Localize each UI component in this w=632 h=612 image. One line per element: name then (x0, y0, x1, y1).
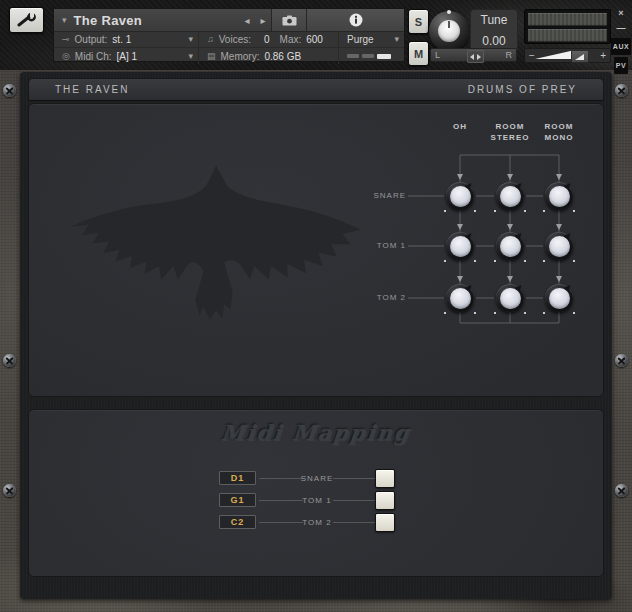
level-meter (524, 9, 611, 44)
knob-tom2-room-stereo[interactable] (496, 284, 524, 312)
meter-bar-left (528, 13, 607, 26)
tune-knob[interactable] (429, 11, 469, 51)
instrument-title: The Raven (74, 13, 142, 28)
solo-button[interactable]: S (408, 9, 429, 34)
mixer-panel: OH ROOM STEREO ROOM MONO SNARE TOM 1 TOM… (28, 103, 604, 397)
edit-instrument-button[interactable] (9, 7, 44, 33)
screw-icon (615, 484, 628, 497)
purge-meter (338, 48, 404, 64)
knob-tom2-oh[interactable] (446, 284, 474, 312)
memory-icon: ▤ (207, 51, 216, 61)
volume-slider[interactable]: − + (524, 48, 611, 63)
knob-snare-oh[interactable] (446, 182, 474, 210)
instrument-header-box: ▾ The Raven ◂ ▸ ⊸ (53, 8, 405, 62)
knob-snare-room-stereo[interactable] (496, 182, 524, 210)
pan-left-label: L (435, 50, 440, 60)
screw-icon (615, 84, 628, 97)
knob-tom1-oh[interactable] (446, 232, 474, 260)
chevron-down-icon[interactable]: ▾ (188, 52, 193, 61)
close-icon[interactable]: × (618, 6, 623, 21)
prev-instrument-button[interactable]: ◂ (239, 15, 255, 26)
screw-icon (3, 84, 16, 97)
voices-value: 0 (264, 34, 270, 45)
output-value: st. 1 (112, 34, 131, 45)
midi-note-tom1[interactable]: G1 (219, 493, 256, 507)
purge-menu[interactable]: Purge ▾ (338, 31, 404, 47)
screw-icon (615, 354, 628, 367)
knob-snare-room-mono[interactable] (545, 182, 573, 210)
chevron-down-icon[interactable]: ▾ (62, 16, 67, 25)
pv-button[interactable]: PV (614, 57, 628, 74)
aux-button[interactable]: AUX (611, 38, 631, 55)
pan-handle[interactable] (467, 50, 484, 63)
midi-channel-label: Midi Ch: (75, 51, 112, 62)
knob-tom2-room-mono[interactable] (545, 284, 573, 312)
tune-knob-marker (447, 10, 451, 14)
output-icon: ⊸ (62, 34, 70, 44)
screw-icon (3, 354, 16, 367)
midi-trigger-tom2-button[interactable] (375, 513, 395, 532)
midi-icon: ◎ (62, 51, 70, 61)
purge-chip (362, 54, 374, 58)
snapshot-button[interactable] (271, 9, 306, 31)
info-button[interactable] (306, 9, 404, 31)
camera-icon (282, 15, 297, 26)
chevron-down-icon[interactable]: ▾ (188, 35, 193, 44)
pan-right-label: R (506, 50, 513, 60)
max-label: Max: (280, 34, 302, 45)
midi-trigger-tom1-button[interactable] (375, 491, 395, 510)
tune-readout: Tune 0.00 (470, 9, 518, 52)
instrument-title-row: ▾ The Raven ◂ ▸ (54, 9, 404, 32)
midi-note-snare[interactable]: D1 (219, 471, 256, 485)
instrument-subtitle: DRUMS OF PREY (468, 84, 577, 95)
minimize-icon[interactable]: — (617, 21, 626, 36)
midi-trigger-snare-button[interactable] (375, 469, 395, 488)
max-value[interactable]: 600 (306, 34, 323, 45)
tune-label: Tune (481, 13, 508, 27)
next-instrument-button[interactable]: ▸ (255, 15, 271, 26)
volume-wedge (535, 50, 575, 59)
chevron-down-icon: ▾ (394, 35, 399, 44)
tune-knob-indicator (448, 21, 450, 28)
memory-label: Memory: (221, 51, 260, 62)
volume-minus[interactable]: − (529, 50, 535, 61)
meter-bar-right (528, 29, 607, 42)
volume-plus[interactable]: + (600, 50, 606, 61)
window-controls: × — AUX PV (610, 6, 632, 74)
mixer-row-tom2-label: TOM 2 (336, 293, 406, 302)
mixer-row-tom1-label: TOM 1 (336, 241, 406, 250)
purge-label: Purge (347, 34, 374, 45)
midi-mapping-title: Midi Mapping (28, 420, 605, 445)
voices-field: ♫ Voices: 0 Max: 600 (198, 31, 338, 47)
instrument-name: THE RAVEN (55, 84, 130, 95)
pan-slider[interactable]: L R (430, 48, 517, 62)
screw-icon (3, 484, 16, 497)
kontakt-top-bar: ▾ The Raven ◂ ▸ ⊸ (0, 0, 632, 70)
knob-tom1-room-stereo[interactable] (496, 232, 524, 260)
memory-field: ▤ Memory: 0.86 GB (198, 48, 338, 64)
info-icon (349, 13, 363, 27)
midi-channel-value: [A] 1 (117, 51, 138, 62)
purge-chip-lit (377, 54, 391, 59)
tune-value[interactable]: 0.00 (482, 34, 505, 48)
output-label: Output: (75, 34, 108, 45)
voices-icon: ♫ (207, 34, 214, 44)
mixer-column-room-mono: ROOM MONO (527, 121, 591, 143)
memory-value: 0.86 GB (264, 51, 301, 62)
purge-chip (347, 54, 359, 58)
midi-mapping-panel: Midi Mapping D1 SNARE G1 TOM 1 C2 TOM 2 (28, 409, 604, 577)
knob-tom1-room-mono[interactable] (545, 232, 573, 260)
midi-channel-field[interactable]: ◎ Midi Ch: [A] 1 ▾ (54, 48, 198, 64)
volume-handle[interactable] (571, 50, 589, 63)
wrench-icon (17, 13, 37, 27)
midi-note-tom2[interactable]: C2 (219, 515, 256, 529)
mixer-row-snare-label: SNARE (336, 191, 406, 200)
voices-label: Voices: (219, 34, 251, 45)
mute-button[interactable]: M (408, 41, 429, 66)
output-field[interactable]: ⊸ Output: st. 1 ▾ (54, 31, 198, 47)
instrument-name-bar: THE RAVEN DRUMS OF PREY (28, 78, 604, 101)
